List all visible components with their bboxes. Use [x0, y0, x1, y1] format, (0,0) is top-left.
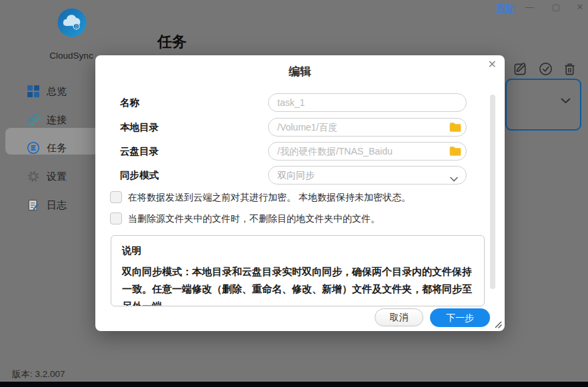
taskbar-strip — [0, 382, 588, 387]
grid-icon — [27, 85, 40, 98]
maximize-icon[interactable]: ▢ — [549, 2, 563, 12]
resize-handle[interactable] — [492, 318, 503, 329]
description-text: 双向同步模式：本地目录和云盘目录实时双向同步，确保两个目录内的文件保持一致。任意… — [122, 263, 473, 306]
chevron-down-icon[interactable] — [561, 95, 571, 107]
window-close-icon[interactable]: ✕ — [573, 2, 587, 12]
sidebar-item-tasks[interactable]: 任务 — [0, 135, 100, 161]
version-label: 版本: 3.2.007 — [12, 368, 65, 380]
checkbox-label: 在将数据发送到云端之前对其进行加密。 本地数据保持未加密状态。 — [128, 191, 411, 204]
field-row-sync-mode: 同步模式 双向同步 — [95, 166, 505, 185]
folder-browse-icon[interactable] — [449, 121, 462, 134]
field-label: 名称 — [120, 93, 139, 112]
trash-icon[interactable] — [562, 61, 577, 77]
dialog-scrollbar[interactable] — [490, 95, 495, 289]
description-title: 说明 — [122, 244, 473, 257]
tasks-icon — [27, 141, 40, 155]
gear-icon — [27, 170, 40, 183]
checkbox-label: 当删除源文件夹中的文件时，不删除目的地文件夹中的文件。 — [128, 212, 380, 225]
sidebar-item-settings[interactable]: 设置 — [0, 163, 100, 190]
next-button[interactable]: 下一步 — [430, 308, 490, 327]
app-window: 帮助 — ▢ ✕ 0 CloudSync 任务 总览 — [0, 0, 588, 387]
sidebar-item-connections[interactable]: 连接 — [0, 107, 100, 133]
name-input[interactable] — [268, 93, 467, 112]
cloud-directory-input[interactable] — [268, 142, 467, 161]
folder-browse-icon[interactable] — [449, 145, 462, 158]
sync-mode-value: 双向同步 — [277, 167, 315, 184]
link-icon — [27, 113, 40, 127]
field-row-local-dir: 本地目录 — [95, 118, 505, 137]
check-circle-icon[interactable] — [538, 61, 553, 77]
log-icon — [27, 198, 40, 212]
sidebar-item-label: 日志 — [47, 198, 67, 212]
field-label: 同步模式 — [120, 166, 159, 185]
help-link[interactable]: 帮助 — [496, 3, 515, 15]
local-directory-input[interactable] — [268, 118, 467, 137]
cancel-button[interactable]: 取消 — [375, 308, 423, 326]
encrypt-checkbox[interactable] — [110, 191, 122, 203]
svg-text:0: 0 — [75, 24, 78, 29]
field-row-cloud-dir: 云盘目录 — [95, 142, 505, 161]
edit-icon[interactable] — [513, 61, 528, 77]
edit-dialog: ✕ 编辑 名称 本地目录 云盘目录 同步模式 双向 — [95, 55, 505, 331]
sidebar-item-overview[interactable]: 总览 — [0, 78, 100, 105]
description-box: 说明 双向同步模式：本地目录和云盘目录实时双向同步，确保两个目录内的文件保持一致… — [111, 235, 485, 306]
sidebar-item-label: 连接 — [47, 113, 67, 127]
cloudsync-logo-icon: 0 — [56, 7, 88, 41]
sidebar-item-label: 设置 — [47, 170, 67, 183]
field-row-name: 名称 — [95, 93, 505, 112]
page-title: 任务 — [157, 32, 187, 52]
sidebar-item-label: 总览 — [47, 85, 67, 98]
app-name: CloudSync — [39, 51, 104, 61]
sidebar-item-label: 任务 — [47, 141, 67, 155]
dialog-title: 编辑 — [95, 64, 505, 79]
task-row-panel[interactable] — [505, 79, 581, 131]
field-label: 云盘目录 — [120, 142, 159, 161]
keep-deleted-checkbox[interactable] — [110, 212, 122, 224]
sidebar-item-logs[interactable]: 日志 — [0, 192, 100, 218]
sync-mode-select[interactable]: 双向同步 — [268, 166, 467, 185]
chevron-down-icon — [450, 173, 458, 185]
field-label: 本地目录 — [120, 118, 159, 137]
minimize-icon[interactable]: — — [523, 2, 536, 12]
